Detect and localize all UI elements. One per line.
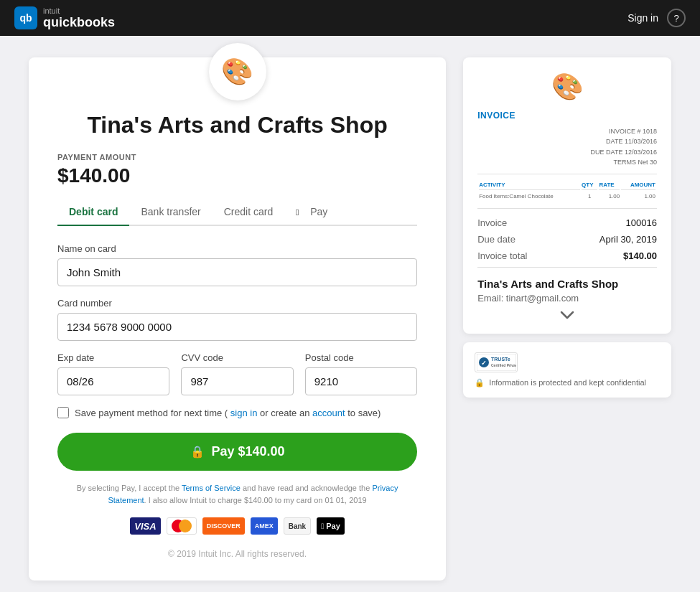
cvv-input[interactable] [181,367,293,395]
amount-col-header: AMOUNT [621,182,655,190]
cvv-label: CVV code [181,352,293,363]
brand-name: intuit quickbooks [43,6,115,30]
cvv-group: CVV code [181,352,293,395]
account-link[interactable]: account [312,408,345,418]
payment-card: 🎨 Tina's Arts and Crafts Shop PAYMENT AM… [29,57,446,581]
header: qb intuit quickbooks Sign in ? [0,0,700,36]
save-method-checkbox[interactable] [57,407,69,418]
invoice-label: INVOICE [477,111,657,121]
card-number-group: Card number [57,298,417,341]
invoice-logo-emoji: 🎨 [551,72,584,102]
postal-label: Postal code [305,352,417,363]
truste-icon: ✓ TRUSTe Certified Privacy [475,352,518,372]
name-on-card-label: Name on card [57,243,417,254]
svg-text:✓: ✓ [481,360,487,367]
payment-form: Name on card Card number Exp date CVV co… [57,243,417,559]
invoice-mini-details: INVOICE # 1018 DATE 11/03/2016 DUE DATE … [477,126,657,168]
card-number-label: Card number [57,298,417,309]
invoice-divider [477,174,657,174]
name-on-card-input[interactable] [57,258,417,286]
terms-text: By selecting Pay, I accept the Terms of … [57,482,417,506]
logo-area: qb intuit quickbooks [14,6,115,30]
invoice-logo: 🎨 [477,72,657,102]
header-right: Sign in ? [627,9,686,27]
lock-icon: 🔒 [190,445,205,459]
payment-amount-label: PAYMENT AMOUNT [57,153,417,161]
sign-in-button[interactable]: Sign in [627,12,658,24]
right-panel: 🎨 INVOICE INVOICE # 1018 DATE 11/03/2016… [463,57,671,581]
invoice-mini-table: ACTIVITY QTY RATE AMOUNT Food Items:Came… [477,180,657,202]
shop-contact-name: Tina's Arts and Crafts Shop [477,278,657,290]
name-on-card-group: Name on card [57,243,417,286]
payment-amount-value: $140.00 [57,164,417,187]
invoice-number-row: Invoice 100016 [477,217,657,228]
svg-text:Certified Privacy: Certified Privacy [491,363,516,367]
tab-bank-transfer[interactable]: Bank transfer [129,199,212,225]
bank-icon: Bank [284,517,311,535]
svg-text:qb: qb [19,12,32,24]
sign-in-link[interactable]: sign in [230,408,258,418]
exp-date-input[interactable] [57,367,169,395]
amex-icon: AMEX [251,517,278,535]
postal-group: Postal code [305,352,417,395]
rate-col-header: RATE [599,182,620,190]
help-icon[interactable]: ? [667,9,686,27]
activity-col-header: ACTIVITY [479,182,580,190]
truste-section: ✓ TRUSTe Certified Privacy 🔒 Information… [463,342,671,398]
tab-apple-pay[interactable]:  Pay [284,199,339,225]
payment-icons: VISA DISCOVER AMEX Bank  Pay [57,517,417,535]
postal-input[interactable] [305,367,417,395]
exp-date-group: Exp date [57,352,169,395]
invoice-info-section: Invoice 100016 Due date April 30, 2019 I… [477,208,657,261]
qb-logo-icon: qb [14,6,37,29]
qty-col-header: QTY [582,182,597,190]
payment-tabs: Debit card Bank transfer Credit card  P… [57,199,417,226]
main-content: 🎨 Tina's Arts and Crafts Shop PAYMENT AM… [0,36,700,592]
truste-secure-text: 🔒 Information is protected and kept conf… [475,378,660,387]
save-method-text: Save payment method for next time ( sign… [75,408,381,418]
svg-text:TRUSTe: TRUSTe [491,357,510,362]
svg-text::  [296,207,299,217]
shop-contact-email: Email: tinart@gmail.com [477,293,657,304]
lock-icon-small: 🔒 [475,378,485,387]
invoice-total-row: Invoice total $140.00 [477,250,657,261]
mastercard-icon [167,517,197,535]
exp-date-label: Exp date [57,352,169,363]
card-number-input[interactable] [57,313,417,341]
save-method-row: Save payment method for next time ( sign… [57,407,417,418]
card-details-row: Exp date CVV code Postal code [57,352,417,395]
footer-text: © 2019 Intuit Inc. All rights reserved. [57,549,417,559]
invoice-line-item: Food Items:Camel Chocolate 1 1.00 1.00 [479,192,655,201]
due-date-row: Due date April 30, 2019 [477,234,657,245]
terms-link[interactable]: Terms of Service [182,484,241,492]
invoice-preview: 🎨 INVOICE INVOICE # 1018 DATE 11/03/2016… [463,57,671,334]
shop-contact-section: Tina's Arts and Crafts Shop Email: tinar… [477,267,657,304]
truste-badge: ✓ TRUSTe Certified Privacy [475,352,660,372]
expand-button[interactable] [477,311,657,319]
visa-icon: VISA [130,517,160,535]
applepay-icon:  Pay [317,517,345,535]
tab-debit-card[interactable]: Debit card [57,199,129,225]
tab-credit-card[interactable]: Credit card [213,199,284,225]
pay-button[interactable]: 🔒 Pay $140.00 [57,433,417,471]
discover-icon: DISCOVER [202,517,245,535]
payment-amount-section: PAYMENT AMOUNT $140.00 [57,153,417,187]
shop-avatar: 🎨 [209,43,266,100]
shop-name: Tina's Arts and Crafts Shop [87,112,387,138]
